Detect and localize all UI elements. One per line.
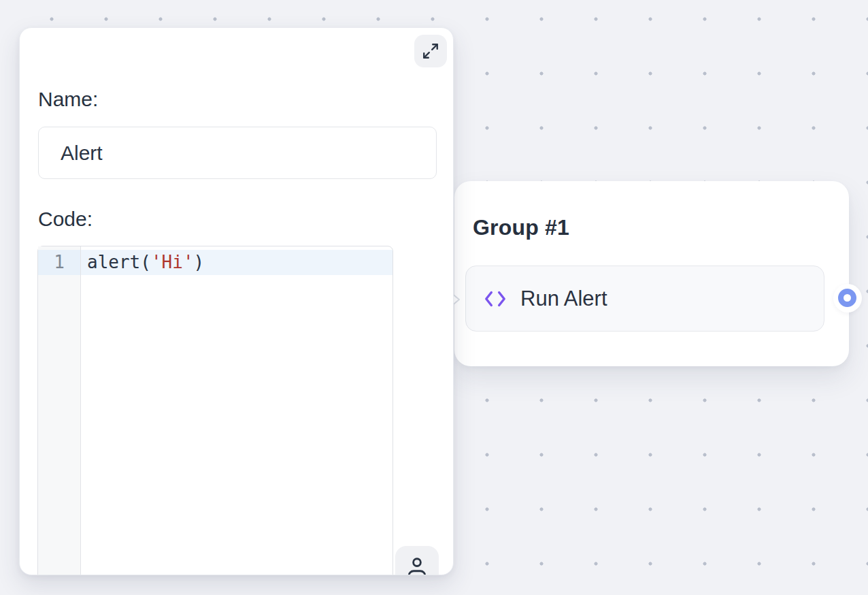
node-label: Run Alert	[520, 287, 607, 311]
run-alert-node[interactable]: Run Alert	[465, 266, 824, 332]
line-number: 1	[38, 250, 80, 275]
line-number-gutter: 1	[38, 246, 81, 575]
name-label: Name:	[38, 88, 98, 111]
code-area[interactable]: alert('Hi')	[81, 246, 393, 575]
code-token-string: 'Hi'	[151, 252, 194, 272]
output-handle[interactable]	[838, 289, 856, 307]
group-title: Group #1	[473, 215, 569, 240]
code-label: Code:	[38, 208, 93, 231]
user-button[interactable]	[395, 546, 439, 575]
name-input[interactable]	[38, 127, 437, 179]
code-icon	[484, 289, 507, 308]
code-editor[interactable]: 1 alert('Hi')	[37, 246, 393, 575]
user-icon	[404, 555, 430, 575]
group-card[interactable]: Group #1 Run Alert	[454, 181, 849, 366]
expand-icon	[422, 42, 439, 60]
node-editor-panel: Name: Code: 1 alert('Hi')	[19, 27, 454, 575]
expand-button[interactable]	[414, 35, 447, 67]
code-token-post: )	[194, 252, 205, 272]
code-token-pre: alert(	[87, 252, 151, 272]
flow-canvas[interactable]: Group #1 Run Alert Name: Code:	[0, 0, 868, 595]
code-line: alert('Hi')	[81, 250, 393, 275]
